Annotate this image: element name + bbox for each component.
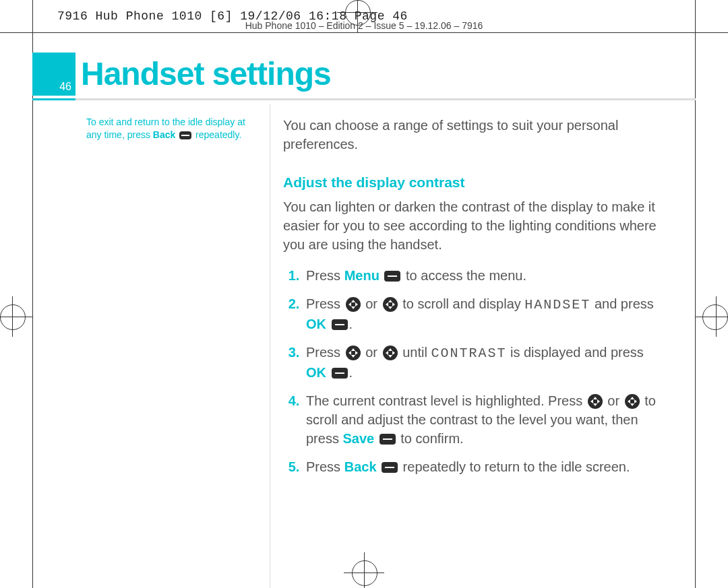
side-note-line2a: any time, press xyxy=(86,129,153,140)
crop-circle-left xyxy=(0,304,26,330)
softkey-icon xyxy=(382,462,398,473)
svg-marker-15 xyxy=(392,351,395,355)
edition-header: Hub Phone 1010 – Edition 2 – Issue 5 – 1… xyxy=(0,20,728,31)
svg-marker-14 xyxy=(386,351,388,355)
svg-marker-18 xyxy=(590,399,593,403)
svg-marker-16 xyxy=(593,397,597,399)
svg-marker-19 xyxy=(597,399,600,403)
intro-text: You can choose a range of settings to su… xyxy=(283,116,667,154)
svg-marker-1 xyxy=(351,306,355,309)
svg-marker-8 xyxy=(351,348,355,351)
nav-key-icon xyxy=(346,346,361,360)
svg-marker-0 xyxy=(351,300,355,302)
softkey-icon xyxy=(384,271,400,282)
svg-marker-10 xyxy=(348,351,351,355)
softkey-icon xyxy=(380,434,396,445)
svg-marker-12 xyxy=(388,348,392,351)
svg-marker-9 xyxy=(351,355,355,358)
svg-marker-22 xyxy=(628,399,630,403)
svg-marker-11 xyxy=(355,351,358,355)
softkey-icon xyxy=(332,368,348,379)
svg-marker-3 xyxy=(355,302,358,306)
crop-rule-right xyxy=(695,0,696,588)
svg-marker-17 xyxy=(593,403,597,406)
svg-marker-23 xyxy=(634,399,637,403)
section-intro: You can lighten or darken the contrast o… xyxy=(283,197,667,254)
page-title: Handset settings xyxy=(81,55,331,92)
side-note: To exit and return to the idle display a… xyxy=(86,116,255,141)
crop-rule-top xyxy=(0,32,728,33)
page-number-badge: 46 xyxy=(32,53,75,96)
svg-marker-5 xyxy=(388,306,392,309)
crop-circle-right xyxy=(702,304,728,330)
main-content: You can choose a range of settings to su… xyxy=(283,116,667,486)
step-4: The current contrast level is highlighte… xyxy=(303,391,667,448)
section-heading: Adjust the display contrast xyxy=(283,172,667,192)
title-underline xyxy=(32,98,696,100)
nav-key-icon xyxy=(588,394,603,409)
crop-circle-bottom xyxy=(352,560,377,586)
svg-marker-21 xyxy=(630,403,634,406)
nav-key-icon xyxy=(383,346,398,360)
step-2: Press or to scroll and display HANDSET a… xyxy=(303,294,667,333)
step-1: Press Menu to access the menu. xyxy=(303,266,667,285)
svg-marker-13 xyxy=(388,355,392,358)
nav-key-icon xyxy=(346,297,361,312)
softkey-icon xyxy=(332,319,348,330)
steps-list: Press Menu to access the menu. Press or … xyxy=(283,266,667,476)
step-5: Press Back repeatedly to return to the i… xyxy=(303,457,667,476)
side-note-back: Back xyxy=(153,129,175,140)
page-number: 46 xyxy=(59,81,71,93)
svg-marker-20 xyxy=(630,397,634,399)
svg-marker-2 xyxy=(348,302,351,306)
svg-marker-4 xyxy=(388,300,392,302)
svg-marker-6 xyxy=(386,302,388,306)
side-note-line1: To exit and return to the idle display a… xyxy=(86,117,245,127)
svg-marker-7 xyxy=(392,302,395,306)
softkey-icon xyxy=(179,131,191,139)
nav-key-icon xyxy=(625,394,640,409)
side-note-line2b: repeatedly. xyxy=(193,129,241,140)
nav-key-icon xyxy=(383,297,398,312)
step-3: Press or until CONTRAST is displayed and… xyxy=(303,343,667,382)
column-divider xyxy=(270,104,270,588)
